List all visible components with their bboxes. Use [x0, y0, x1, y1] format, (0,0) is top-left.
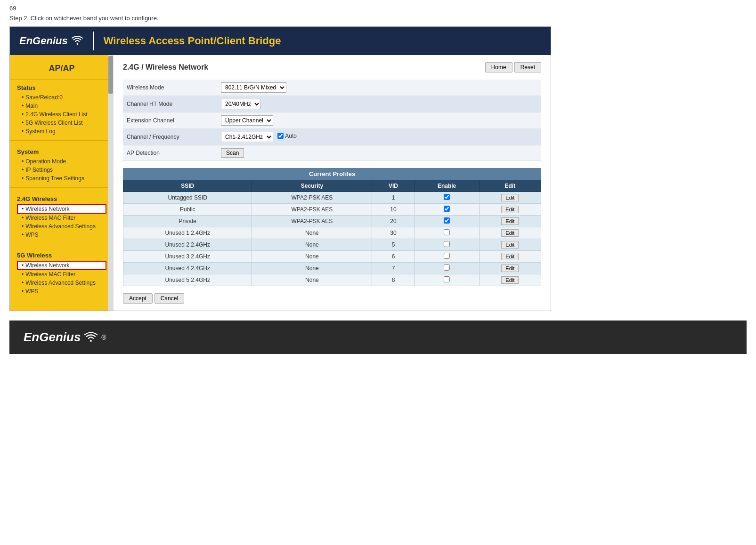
profile-checkbox-2[interactable]	[444, 217, 450, 224]
footer-wifi-icon	[83, 330, 98, 344]
profile-checkbox-5[interactable]	[444, 253, 450, 259]
profile-vid-2: 20	[372, 216, 415, 227]
profile-edit-button-3[interactable]: Edit	[501, 229, 519, 237]
profile-edit-6: Edit	[479, 263, 541, 274]
sidebar-section-title-5g: 5G Wireless	[17, 252, 106, 259]
header-divider	[93, 32, 94, 50]
profile-edit-button-5[interactable]: Edit	[501, 253, 519, 260]
settings-row-extension: Extension Channel Upper Channel	[123, 112, 541, 129]
profile-enable-7	[415, 274, 479, 286]
profile-security-5: None	[252, 251, 372, 263]
profile-enable-0	[415, 192, 479, 204]
settings-row-channel-freq: Channel / Frequency Ch1-2.412GHz Auto	[123, 129, 541, 145]
profile-checkbox-1[interactable]	[444, 206, 450, 212]
header-buttons: Home Reset	[485, 62, 541, 72]
reset-button[interactable]: Reset	[514, 62, 541, 72]
profile-security-3: None	[252, 227, 372, 239]
profile-ssid-5: Unused 3 2.4GHz	[123, 251, 252, 263]
col-enable: Enable	[415, 180, 479, 192]
profile-row-6: Unused 4 2.4GHzNone7Edit	[123, 263, 541, 274]
extension-channel-label: Extension Channel	[123, 112, 217, 129]
sidebar-item-5g-mac-filter[interactable]: Wireless MAC Filter	[17, 270, 106, 279]
profile-checkbox-7[interactable]	[444, 276, 450, 282]
profile-edit-3: Edit	[479, 227, 541, 239]
profile-checkbox-3[interactable]	[444, 229, 450, 235]
home-button[interactable]: Home	[485, 62, 512, 72]
sidebar-role: AP/AP	[10, 60, 114, 80]
sidebar-divider-3	[10, 244, 114, 244]
sidebar-section-title-system: System	[17, 148, 106, 155]
sidebar-item-syslog[interactable]: System Log	[17, 127, 106, 136]
profile-row-2: PrivateWPA2-PSK AES20Edit	[123, 216, 541, 227]
sidebar-section-24g: 2.4G Wireless Wireless Network Wireless …	[10, 191, 114, 241]
sidebar-item-5g-client-list[interactable]: 5G Wireless Client List	[17, 119, 106, 127]
scan-button[interactable]: Scan	[221, 148, 244, 158]
sidebar-item-24g-wireless-network[interactable]: Wireless Network	[17, 204, 106, 214]
content-header: 2.4G / Wireless Network Home Reset	[123, 62, 541, 72]
profiles-section-title: Current Profiles	[123, 168, 541, 180]
sidebar-item-5g-wireless-network[interactable]: Wireless Network	[17, 261, 106, 270]
profile-enable-6	[415, 263, 479, 274]
page-footer: EnGenius ®	[9, 321, 747, 354]
profile-edit-button-0[interactable]: Edit	[501, 194, 519, 201]
sidebar-scrollbar[interactable]	[108, 55, 114, 311]
sidebar-item-main[interactable]: Main	[17, 102, 106, 110]
profiles-header-row: SSID Security VID Enable Edit	[123, 180, 541, 192]
profile-edit-button-1[interactable]: Edit	[501, 206, 519, 213]
channel-freq-value: Ch1-2.412GHz Auto	[217, 129, 541, 145]
sidebar-item-24g-wps[interactable]: WPS	[17, 231, 106, 239]
bottom-buttons: Accept Cancel	[123, 293, 541, 304]
sidebar-divider-2	[10, 187, 114, 188]
profile-edit-button-4[interactable]: Edit	[501, 241, 519, 248]
settings-row-ap-detection: AP Detection Scan	[123, 145, 541, 161]
profile-ssid-2: Private	[123, 216, 252, 227]
profile-edit-7: Edit	[479, 274, 541, 286]
device-header: EnGenius Wireless Access Point/Client Br…	[10, 27, 551, 55]
sidebar-item-spanning-tree[interactable]: Spanning Tree Settings	[17, 174, 106, 183]
sidebar-item-5g-advanced[interactable]: Wireless Advanced Settings	[17, 279, 106, 287]
sidebar-item-ip-settings[interactable]: IP Settings	[17, 166, 106, 174]
profile-ssid-6: Unused 4 2.4GHz	[123, 263, 252, 274]
col-edit: Edit	[479, 180, 541, 192]
accept-button[interactable]: Accept	[123, 293, 153, 304]
sidebar-section-system: System Operation Mode IP Settings Spanni…	[10, 144, 114, 184]
sidebar-item-24g-mac-filter[interactable]: Wireless MAC Filter	[17, 214, 106, 222]
channel-ht-value: 20/40MHz	[217, 96, 541, 112]
profile-vid-4: 5	[372, 239, 415, 251]
profile-edit-button-2[interactable]: Edit	[501, 217, 519, 225]
sidebar-section-status: Status Save/Reload:0 Main 2.4G Wireless …	[10, 80, 114, 137]
profile-security-0: WPA2-PSK AES	[252, 192, 372, 204]
profile-edit-1: Edit	[479, 204, 541, 216]
step-text: Step 2. Click on whichever band you want…	[9, 15, 747, 22]
sidebar-item-24g-advanced[interactable]: Wireless Advanced Settings	[17, 222, 106, 231]
profile-ssid-7: Unused 5 2.4GHz	[123, 274, 252, 286]
profile-row-1: PublicWPA2-PSK AES10Edit	[123, 204, 541, 216]
profile-checkbox-6[interactable]	[444, 264, 450, 271]
profile-row-0: Untagged SSIDWPA2-PSK AES1Edit	[123, 192, 541, 204]
main-content: 2.4G / Wireless Network Home Reset Wirel…	[114, 55, 551, 311]
col-security: Security	[252, 180, 372, 192]
channel-freq-select[interactable]: Ch1-2.412GHz	[221, 132, 273, 142]
sidebar-divider-1	[10, 140, 114, 141]
profile-checkbox-4[interactable]	[444, 241, 450, 247]
profile-vid-3: 30	[372, 227, 415, 239]
sidebar-item-operation-mode[interactable]: Operation Mode	[17, 157, 106, 166]
auto-checkbox[interactable]	[277, 133, 284, 139]
footer-logo-text: EnGenius	[24, 330, 81, 345]
profiles-table: SSID Security VID Enable Edit Untagged S…	[123, 180, 541, 286]
extension-channel-select[interactable]: Upper Channel	[221, 115, 273, 126]
profile-edit-button-7[interactable]: Edit	[501, 276, 519, 284]
channel-ht-select[interactable]: 20/40MHz	[221, 99, 261, 109]
profile-checkbox-0[interactable]	[444, 194, 450, 200]
profile-edit-button-6[interactable]: Edit	[501, 264, 519, 272]
sidebar-item-savereload[interactable]: Save/Reload:0	[17, 93, 106, 102]
ap-detection-value: Scan	[217, 145, 541, 161]
device-body: AP/AP Status Save/Reload:0 Main 2.4G Wir…	[10, 55, 551, 311]
footer-logo: EnGenius ®	[24, 330, 106, 345]
sidebar-item-24g-client-list[interactable]: 2.4G Wireless Client List	[17, 110, 106, 119]
profile-row-3: Unused 1 2.4GHzNone30Edit	[123, 227, 541, 239]
wireless-mode-select[interactable]: 802.11 B/G/N Mixed	[221, 82, 286, 93]
profile-security-4: None	[252, 239, 372, 251]
sidebar-item-5g-wps[interactable]: WPS	[17, 287, 106, 296]
cancel-button[interactable]: Cancel	[154, 293, 184, 304]
